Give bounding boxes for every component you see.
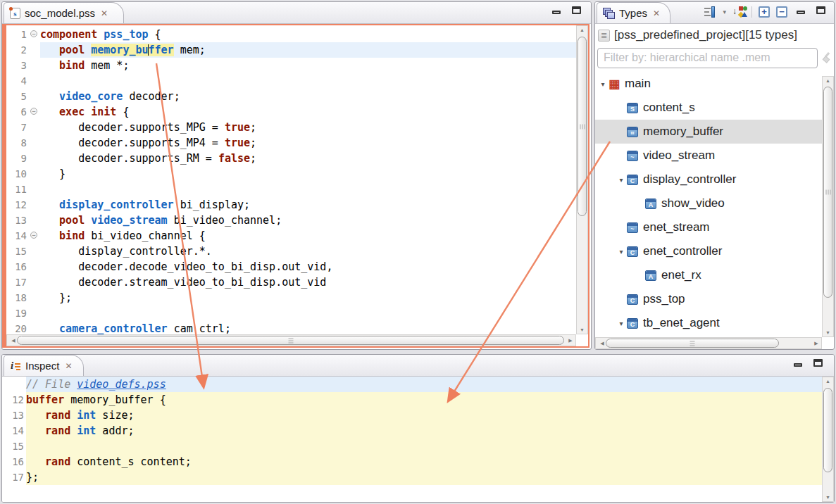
line-number: 5 (6, 89, 29, 104)
tab-types[interactable]: Types ✕ (597, 2, 670, 23)
clear-filter-icon[interactable] (821, 52, 832, 63)
tree-item-tb_enet_agent[interactable]: ▾Ctb_enet_agent (595, 311, 822, 335)
tab-inspect[interactable]: i Inspect ✕ (4, 355, 84, 376)
fold-column (29, 213, 40, 228)
expand-all-icon[interactable]: + (759, 6, 770, 18)
types-tab-label: Types (619, 7, 647, 19)
types-horizontal-scrollbar[interactable]: ◀ ▶ (595, 337, 822, 349)
types-filter-row (597, 46, 832, 69)
tab-soc-model[interactable]: s soc_model.pss ✕ (4, 2, 124, 23)
line-number: 4 (6, 73, 29, 89)
editor-line: 2 pool memory_buffer mem; (6, 42, 576, 58)
scroll-right-icon[interactable]: ▶ (811, 338, 821, 348)
code-segment: }; (40, 291, 72, 304)
code-segment (97, 28, 104, 41)
tree-item-video_stream[interactable]: ~video_stream (595, 144, 822, 168)
code-segment: // File (26, 378, 77, 391)
line-number: 1 (6, 27, 29, 42)
dropdown-icon[interactable]: ▾ (723, 8, 726, 15)
tree-item-display_controller[interactable]: ▾Cdisplay_controller (595, 168, 822, 191)
code-text: camera_controller cam_ctrl; (40, 321, 576, 334)
line-number: 17 (2, 470, 26, 485)
maximize-icon[interactable] (813, 359, 823, 367)
fold-column (29, 275, 40, 290)
filter-settings-icon[interactable] (704, 6, 716, 18)
tree-item-enet_rx[interactable]: Aenet_rx (595, 263, 822, 287)
code-segment (26, 455, 45, 468)
code-segment (85, 106, 91, 118)
tree-item-memory_buffer[interactable]: ΙΙΙmemory_buffer (595, 120, 822, 144)
inspect-code[interactable]: // File video_defs.pss12buffer memory_bu… (2, 377, 822, 502)
line-number: 19 (6, 305, 29, 321)
editor-body: 1−component pss_top {2 pool memory_buffe… (2, 24, 589, 348)
scrollbar-thumb[interactable] (823, 388, 832, 472)
expander-icon[interactable]: ▾ (616, 176, 626, 184)
scroll-down-icon[interactable]: ▼ (823, 495, 833, 500)
expander-icon[interactable]: ▾ (598, 80, 608, 88)
filter-input[interactable] (597, 48, 818, 68)
component-icon: C (627, 246, 638, 257)
editor-line: 1−component pss_top { (6, 27, 576, 42)
code-text: decoder.supports_MP4 = true; (40, 135, 576, 151)
fold-collapse-icon[interactable]: − (30, 108, 37, 115)
collapse-all-icon[interactable]: − (776, 6, 787, 18)
maximize-icon[interactable] (572, 6, 581, 14)
types-tabbar: Types ✕ ▾ + − (595, 2, 834, 24)
scrollbar-thumb[interactable] (17, 336, 564, 345)
fold-column (29, 244, 40, 259)
editor-line: 17 decoder.stream_video_to_bi_disp.out_v… (6, 275, 576, 290)
code-segment: ; (250, 137, 256, 149)
code-segment (70, 424, 77, 437)
code-text: rand int size; (26, 408, 822, 423)
code-segment (40, 44, 59, 56)
editor-code[interactable]: 1−component pss_top {2 pool memory_buffe… (6, 25, 576, 334)
code-segment: true (225, 121, 250, 134)
tree-item-label: main (625, 77, 651, 91)
scroll-up-icon[interactable]: ▲ (823, 379, 833, 384)
fold-collapse-icon[interactable]: − (30, 30, 37, 37)
sort-grouping-icon[interactable] (732, 6, 745, 18)
scroll-down-icon[interactable]: ▼ (823, 330, 833, 335)
close-icon[interactable]: ✕ (653, 8, 660, 18)
scroll-up-icon[interactable]: ▲ (577, 27, 587, 32)
code-text: video_core decoder; (40, 89, 576, 104)
editor-line: 7 decoder.supports_MPG = true; (6, 120, 576, 135)
fold-collapse-icon[interactable]: − (30, 232, 37, 239)
scroll-down-icon[interactable]: ▼ (577, 327, 587, 332)
editor-line: 4 (6, 73, 576, 89)
tree-item-enet_controller[interactable]: ▾Cenet_controller (595, 239, 822, 263)
editor-vertical-scrollbar[interactable]: ▲ ▼ (576, 25, 588, 334)
tree-item-label: show_video (661, 196, 725, 210)
close-icon[interactable]: ✕ (65, 361, 72, 371)
expander-icon[interactable]: ▾ (616, 320, 626, 327)
close-icon[interactable]: ✕ (101, 8, 108, 18)
tree-item-show_video[interactable]: Ashow_video (595, 191, 822, 215)
code-segment: camera_controller (59, 322, 168, 334)
inspect-vertical-scrollbar[interactable]: ▲ ▼ (822, 377, 834, 502)
code-segment (40, 90, 59, 103)
minimize-icon[interactable] (552, 11, 561, 14)
scroll-up-icon[interactable]: ▲ (823, 78, 833, 83)
maximize-icon[interactable] (816, 6, 825, 14)
types-vertical-scrollbar[interactable]: ▲ ▼ (822, 76, 834, 337)
editor-line: 16 decoder.decode_video_to_bi_disp.out_v… (6, 259, 576, 275)
scrollbar-thumb[interactable] (606, 339, 779, 348)
expander-icon[interactable]: ▾ (616, 248, 626, 256)
tree-item-content_s[interactable]: Scontent_s (595, 96, 822, 120)
code-text: component pss_top { (40, 27, 576, 42)
tree-item-main[interactable]: ▾▦main (595, 72, 822, 96)
minimize-icon[interactable] (797, 11, 805, 14)
code-segment: memory_buffer { (64, 393, 166, 406)
tree-item-enet_stream[interactable]: ~enet_stream (595, 215, 822, 239)
scrollbar-thumb[interactable] (578, 37, 587, 216)
editor-line: 13 pool video_stream bi_video_channel; (6, 213, 576, 228)
minimize-icon[interactable] (794, 363, 802, 367)
tree-item-pss_top[interactable]: Cpss_top (595, 287, 822, 311)
scrollbar-thumb[interactable] (823, 87, 832, 298)
action-icon: A (645, 270, 656, 281)
scroll-right-icon[interactable]: ▶ (566, 335, 575, 346)
code-segment (26, 424, 45, 437)
editor-line: 6− exec init { (6, 104, 576, 120)
editor-horizontal-scrollbar[interactable]: ◀ ▶ (6, 334, 576, 346)
file-link[interactable]: video_defs.pss (77, 378, 166, 391)
